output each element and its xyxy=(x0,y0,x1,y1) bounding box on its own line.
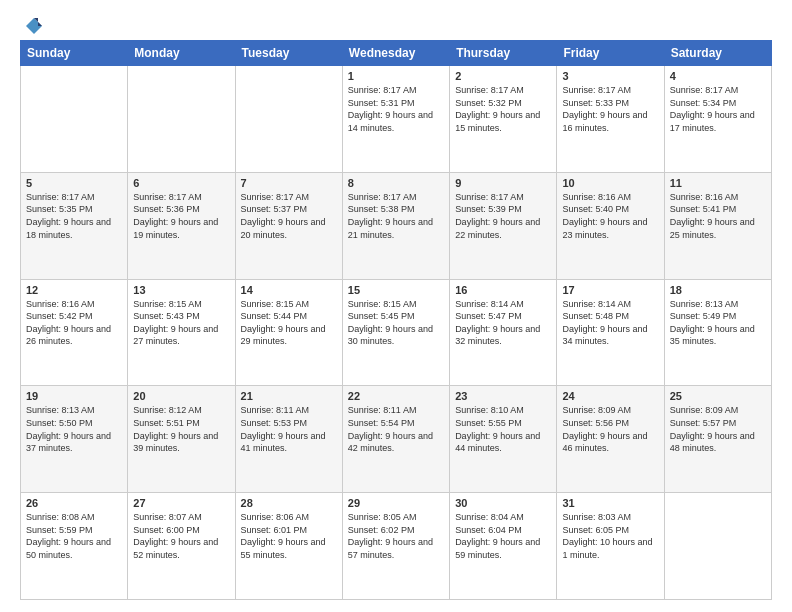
day-number: 27 xyxy=(133,497,229,509)
calendar-cell xyxy=(664,493,771,600)
day-number: 23 xyxy=(455,390,551,402)
cell-content: Sunrise: 8:15 AM Sunset: 5:43 PM Dayligh… xyxy=(133,298,229,348)
cell-content: Sunrise: 8:17 AM Sunset: 5:32 PM Dayligh… xyxy=(455,84,551,134)
col-friday: Friday xyxy=(557,41,664,66)
col-wednesday: Wednesday xyxy=(342,41,449,66)
cell-content: Sunrise: 8:09 AM Sunset: 5:57 PM Dayligh… xyxy=(670,404,766,454)
calendar-cell: 21Sunrise: 8:11 AM Sunset: 5:53 PM Dayli… xyxy=(235,386,342,493)
cell-content: Sunrise: 8:04 AM Sunset: 6:04 PM Dayligh… xyxy=(455,511,551,561)
calendar-cell: 16Sunrise: 8:14 AM Sunset: 5:47 PM Dayli… xyxy=(450,279,557,386)
day-number: 31 xyxy=(562,497,658,509)
cell-content: Sunrise: 8:13 AM Sunset: 5:49 PM Dayligh… xyxy=(670,298,766,348)
day-number: 14 xyxy=(241,284,337,296)
cell-content: Sunrise: 8:11 AM Sunset: 5:54 PM Dayligh… xyxy=(348,404,444,454)
calendar-week-4: 19Sunrise: 8:13 AM Sunset: 5:50 PM Dayli… xyxy=(21,386,772,493)
col-monday: Monday xyxy=(128,41,235,66)
calendar-cell: 6Sunrise: 8:17 AM Sunset: 5:36 PM Daylig… xyxy=(128,172,235,279)
day-number: 13 xyxy=(133,284,229,296)
day-number: 12 xyxy=(26,284,122,296)
calendar-cell: 24Sunrise: 8:09 AM Sunset: 5:56 PM Dayli… xyxy=(557,386,664,493)
cell-content: Sunrise: 8:15 AM Sunset: 5:44 PM Dayligh… xyxy=(241,298,337,348)
calendar-cell: 22Sunrise: 8:11 AM Sunset: 5:54 PM Dayli… xyxy=(342,386,449,493)
calendar-cell: 11Sunrise: 8:16 AM Sunset: 5:41 PM Dayli… xyxy=(664,172,771,279)
calendar-cell: 17Sunrise: 8:14 AM Sunset: 5:48 PM Dayli… xyxy=(557,279,664,386)
cell-content: Sunrise: 8:17 AM Sunset: 5:39 PM Dayligh… xyxy=(455,191,551,241)
day-number: 7 xyxy=(241,177,337,189)
col-tuesday: Tuesday xyxy=(235,41,342,66)
calendar-cell: 30Sunrise: 8:04 AM Sunset: 6:04 PM Dayli… xyxy=(450,493,557,600)
cell-content: Sunrise: 8:17 AM Sunset: 5:35 PM Dayligh… xyxy=(26,191,122,241)
cell-content: Sunrise: 8:07 AM Sunset: 6:00 PM Dayligh… xyxy=(133,511,229,561)
cell-content: Sunrise: 8:03 AM Sunset: 6:05 PM Dayligh… xyxy=(562,511,658,561)
col-saturday: Saturday xyxy=(664,41,771,66)
day-number: 3 xyxy=(562,70,658,82)
day-number: 19 xyxy=(26,390,122,402)
day-number: 18 xyxy=(670,284,766,296)
day-number: 10 xyxy=(562,177,658,189)
calendar-table: Sunday Monday Tuesday Wednesday Thursday… xyxy=(20,40,772,600)
cell-content: Sunrise: 8:16 AM Sunset: 5:40 PM Dayligh… xyxy=(562,191,658,241)
logo-text xyxy=(20,16,44,36)
day-number: 15 xyxy=(348,284,444,296)
calendar-cell: 28Sunrise: 8:06 AM Sunset: 6:01 PM Dayli… xyxy=(235,493,342,600)
day-number: 6 xyxy=(133,177,229,189)
day-number: 11 xyxy=(670,177,766,189)
calendar-week-3: 12Sunrise: 8:16 AM Sunset: 5:42 PM Dayli… xyxy=(21,279,772,386)
calendar-cell: 8Sunrise: 8:17 AM Sunset: 5:38 PM Daylig… xyxy=(342,172,449,279)
cell-content: Sunrise: 8:17 AM Sunset: 5:33 PM Dayligh… xyxy=(562,84,658,134)
calendar-cell: 29Sunrise: 8:05 AM Sunset: 6:02 PM Dayli… xyxy=(342,493,449,600)
calendar-cell: 12Sunrise: 8:16 AM Sunset: 5:42 PM Dayli… xyxy=(21,279,128,386)
day-number: 26 xyxy=(26,497,122,509)
calendar-cell: 31Sunrise: 8:03 AM Sunset: 6:05 PM Dayli… xyxy=(557,493,664,600)
cell-content: Sunrise: 8:14 AM Sunset: 5:47 PM Dayligh… xyxy=(455,298,551,348)
calendar-cell: 4Sunrise: 8:17 AM Sunset: 5:34 PM Daylig… xyxy=(664,66,771,173)
calendar-cell: 7Sunrise: 8:17 AM Sunset: 5:37 PM Daylig… xyxy=(235,172,342,279)
calendar-cell: 10Sunrise: 8:16 AM Sunset: 5:40 PM Dayli… xyxy=(557,172,664,279)
cell-content: Sunrise: 8:10 AM Sunset: 5:55 PM Dayligh… xyxy=(455,404,551,454)
calendar-cell: 5Sunrise: 8:17 AM Sunset: 5:35 PM Daylig… xyxy=(21,172,128,279)
cell-content: Sunrise: 8:13 AM Sunset: 5:50 PM Dayligh… xyxy=(26,404,122,454)
day-number: 24 xyxy=(562,390,658,402)
day-number: 17 xyxy=(562,284,658,296)
day-number: 29 xyxy=(348,497,444,509)
calendar-cell: 15Sunrise: 8:15 AM Sunset: 5:45 PM Dayli… xyxy=(342,279,449,386)
cell-content: Sunrise: 8:08 AM Sunset: 5:59 PM Dayligh… xyxy=(26,511,122,561)
cell-content: Sunrise: 8:14 AM Sunset: 5:48 PM Dayligh… xyxy=(562,298,658,348)
day-number: 8 xyxy=(348,177,444,189)
calendar-cell: 14Sunrise: 8:15 AM Sunset: 5:44 PM Dayli… xyxy=(235,279,342,386)
cell-content: Sunrise: 8:06 AM Sunset: 6:01 PM Dayligh… xyxy=(241,511,337,561)
cell-content: Sunrise: 8:11 AM Sunset: 5:53 PM Dayligh… xyxy=(241,404,337,454)
day-number: 16 xyxy=(455,284,551,296)
calendar-cell: 3Sunrise: 8:17 AM Sunset: 5:33 PM Daylig… xyxy=(557,66,664,173)
calendar-cell: 20Sunrise: 8:12 AM Sunset: 5:51 PM Dayli… xyxy=(128,386,235,493)
calendar-week-1: 1Sunrise: 8:17 AM Sunset: 5:31 PM Daylig… xyxy=(21,66,772,173)
calendar-cell: 19Sunrise: 8:13 AM Sunset: 5:50 PM Dayli… xyxy=(21,386,128,493)
cell-content: Sunrise: 8:16 AM Sunset: 5:42 PM Dayligh… xyxy=(26,298,122,348)
day-number: 9 xyxy=(455,177,551,189)
day-number: 1 xyxy=(348,70,444,82)
day-number: 20 xyxy=(133,390,229,402)
calendar-cell: 1Sunrise: 8:17 AM Sunset: 5:31 PM Daylig… xyxy=(342,66,449,173)
calendar-cell xyxy=(21,66,128,173)
cell-content: Sunrise: 8:17 AM Sunset: 5:36 PM Dayligh… xyxy=(133,191,229,241)
cell-content: Sunrise: 8:16 AM Sunset: 5:41 PM Dayligh… xyxy=(670,191,766,241)
top-section xyxy=(20,16,772,36)
cell-content: Sunrise: 8:17 AM Sunset: 5:34 PM Dayligh… xyxy=(670,84,766,134)
logo-area xyxy=(20,16,44,36)
page: Sunday Monday Tuesday Wednesday Thursday… xyxy=(0,0,792,612)
col-thursday: Thursday xyxy=(450,41,557,66)
cell-content: Sunrise: 8:15 AM Sunset: 5:45 PM Dayligh… xyxy=(348,298,444,348)
calendar-week-2: 5Sunrise: 8:17 AM Sunset: 5:35 PM Daylig… xyxy=(21,172,772,279)
calendar-cell xyxy=(128,66,235,173)
day-number: 25 xyxy=(670,390,766,402)
day-number: 2 xyxy=(455,70,551,82)
logo-icon xyxy=(24,16,44,36)
day-number: 22 xyxy=(348,390,444,402)
day-number: 4 xyxy=(670,70,766,82)
calendar-cell: 23Sunrise: 8:10 AM Sunset: 5:55 PM Dayli… xyxy=(450,386,557,493)
calendar-cell: 9Sunrise: 8:17 AM Sunset: 5:39 PM Daylig… xyxy=(450,172,557,279)
calendar-cell xyxy=(235,66,342,173)
cell-content: Sunrise: 8:17 AM Sunset: 5:37 PM Dayligh… xyxy=(241,191,337,241)
day-number: 28 xyxy=(241,497,337,509)
calendar-cell: 25Sunrise: 8:09 AM Sunset: 5:57 PM Dayli… xyxy=(664,386,771,493)
